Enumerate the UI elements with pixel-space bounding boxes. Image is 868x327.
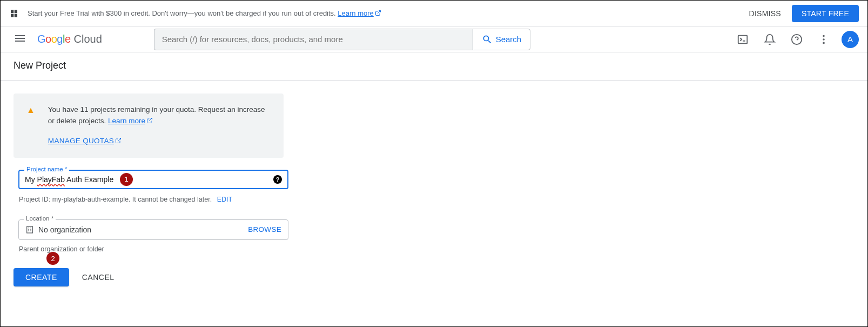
quota-text: You have 11 projects remaining in your q…	[48, 105, 265, 125]
location-field[interactable]: Location * No organization BROWSE	[18, 219, 288, 240]
external-link-icon	[146, 117, 153, 124]
form-actions: CREATE CANCEL	[14, 268, 854, 286]
svg-rect-0	[738, 35, 748, 43]
quota-learn-more-link[interactable]: Learn more	[108, 117, 153, 125]
start-free-button[interactable]: START FREE	[792, 5, 859, 22]
project-name-field[interactable]: Project name * My PlayFab Auth Example ?…	[18, 170, 288, 189]
notifications-button[interactable]	[761, 30, 779, 49]
edit-project-id-link[interactable]: EDIT	[217, 196, 232, 203]
location-value: No organization	[38, 225, 91, 234]
search-box[interactable]	[154, 29, 473, 50]
svg-point-3	[823, 38, 825, 41]
quota-info-box: ▲ You have 11 projects remaining in your…	[14, 94, 284, 158]
external-link-icon	[115, 137, 122, 144]
trial-right: DISMISS START FREE	[749, 5, 859, 22]
cloud-shell-button[interactable]	[734, 30, 752, 49]
svg-point-2	[823, 35, 825, 37]
content: ▲ You have 11 projects remaining in your…	[1, 81, 867, 299]
help-icon[interactable]: ?	[273, 175, 282, 184]
annotation-marker-1: 1	[120, 173, 133, 186]
search-icon	[482, 34, 493, 45]
cloud-shell-icon	[737, 34, 749, 45]
help-icon	[791, 34, 803, 45]
appbar-right: A	[734, 30, 859, 49]
page-title: New Project	[1, 52, 867, 81]
nav-menu-button[interactable]	[9, 28, 31, 51]
search-button[interactable]: Search	[473, 29, 531, 50]
manage-quotas-link[interactable]: MANAGE QUOTAS	[48, 136, 122, 147]
google-cloud-logo[interactable]: Google Cloud	[37, 33, 102, 45]
project-name-label: Project name *	[24, 166, 69, 172]
svg-point-4	[823, 42, 825, 44]
bell-icon	[764, 34, 776, 45]
search-group: Search	[154, 29, 531, 50]
browse-button[interactable]: BROWSE	[248, 225, 281, 233]
annotation-marker-2: 2	[46, 252, 59, 265]
cancel-button[interactable]: CANCEL	[80, 268, 117, 286]
location-helper: Parent organization or folder	[19, 245, 854, 253]
trial-msg: Start your Free Trial with $300 in credi…	[28, 9, 338, 17]
location-label: Location *	[24, 215, 56, 222]
project-name-input[interactable]: My PlayFab Auth Example	[25, 175, 273, 184]
app-bar: Google Cloud Search A	[1, 26, 867, 52]
external-link-icon	[375, 10, 381, 16]
trial-text: Start your Free Trial with $300 in credi…	[28, 9, 381, 17]
create-button[interactable]: CREATE	[14, 268, 69, 286]
trial-left: Start your Free Trial with $300 in credi…	[9, 9, 381, 18]
trial-learn-more-link[interactable]: Learn more	[338, 9, 381, 17]
organization-icon	[25, 225, 34, 234]
more-button[interactable]	[815, 30, 833, 49]
svg-rect-5	[27, 226, 33, 233]
hamburger-icon	[14, 32, 26, 45]
more-vert-icon	[818, 34, 830, 45]
help-button[interactable]	[788, 30, 806, 49]
info-body: You have 11 projects remaining in your q…	[48, 104, 273, 147]
gift-icon	[9, 9, 19, 18]
avatar[interactable]: A	[842, 31, 859, 48]
warning-icon: ▲	[26, 105, 35, 147]
trial-bar: Start your Free Trial with $300 in credi…	[1, 1, 867, 26]
dismiss-button[interactable]: DISMISS	[749, 9, 781, 18]
search-input[interactable]	[162, 35, 465, 44]
project-id-helper: Project ID: my-playfab-auth-example. It …	[19, 196, 854, 203]
